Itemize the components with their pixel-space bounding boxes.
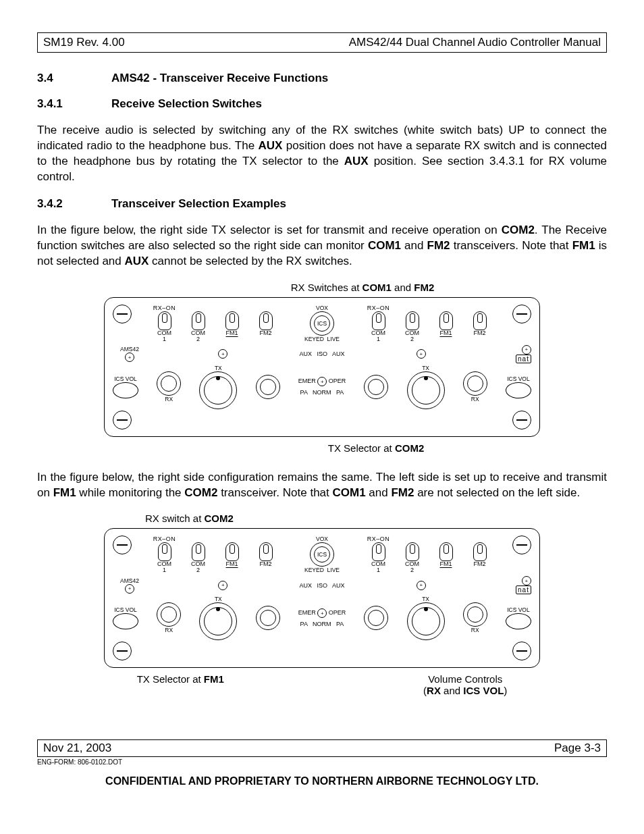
section-3-4: 3.4AMS42 - Transceiver Receive Functions (37, 72, 607, 85)
panel-diagram-2: RX–ONCOM1 COM2 FM1 FM2 VOX ICS KEYED LIV… (104, 528, 540, 668)
nat-logo: nat (516, 355, 531, 363)
knob-icon (256, 375, 280, 399)
fig2-top-caption: RX switch at COM2 (145, 513, 607, 524)
toggle-switch (259, 311, 273, 330)
toggle-switch (225, 542, 239, 561)
toggle-switch (439, 311, 453, 330)
page-header: SM19 Rev. 4.00 AMS42/44 Dual Channel Aud… (37, 32, 607, 53)
sectitle: Receive Selection Switches (111, 97, 262, 110)
figure-1: RX Switches at COM1 and FM2 RX–ONCOM1 CO… (37, 282, 607, 454)
toggle-switch (473, 542, 487, 561)
footer-page: Page 3-3 (554, 741, 601, 755)
oval-icon (113, 613, 138, 629)
tx-selector-knob (407, 371, 445, 409)
section-3-4-2: 3.4.2Transceiver Selection Examples (37, 197, 607, 211)
secnum: 3.4.2 (37, 197, 111, 211)
screw-icon (417, 349, 426, 359)
para-341: The receive audio is selected by switchi… (37, 123, 607, 185)
toggle-switch (158, 311, 171, 330)
header-left: SM19 Rev. 4.00 (43, 36, 125, 49)
knob-icon (364, 375, 388, 399)
knob-icon (157, 371, 181, 396)
screw-icon (522, 576, 531, 585)
panel-diagram-1: RX–ONCOM1 COM2 FM1 FM2 VOX ICS KEYED LIV… (104, 297, 540, 437)
toggle-switch (406, 311, 419, 330)
screw-icon (218, 349, 227, 359)
toggle-switch (372, 542, 385, 561)
screw-icon (417, 581, 426, 590)
secnum: 3.4 (37, 72, 111, 85)
tx-selector-knob (407, 602, 445, 640)
oval-icon (113, 382, 138, 398)
screw-icon (125, 584, 134, 594)
toggle-switch (192, 542, 205, 561)
header-right: AMS42/44 Dual Channel Audio Controller M… (349, 36, 601, 49)
knob-icon (157, 602, 181, 627)
toggle-switch (158, 542, 171, 561)
toggle-switch (372, 311, 385, 330)
screw-icon (522, 345, 531, 355)
fig2-bot-right: Volume Controls (RX and ICS VOL) (423, 673, 507, 696)
footer-date: Nov 21, 2003 (43, 741, 111, 755)
page-footer: Nov 21, 2003 Page 3-3 (37, 739, 607, 757)
fastener-icon (113, 411, 132, 429)
eng-form: ENG-FORM: 806-0102.DOT (37, 758, 607, 766)
knob-icon (256, 606, 280, 630)
fastener-icon (113, 305, 132, 323)
toggle-switch (192, 311, 205, 330)
oval-icon (506, 613, 531, 629)
knob-icon (463, 371, 487, 396)
screw-icon (125, 353, 134, 362)
screw-icon (218, 581, 227, 590)
fig2-bot-left: TX Selector at FM1 (137, 673, 224, 696)
secnum: 3.4.1 (37, 97, 111, 111)
figure-2: RX switch at COM2 RX–ONCOM1 COM2 FM1 FM2… (37, 513, 607, 696)
sectitle: AMS42 - Transceiver Receive Functions (111, 72, 328, 84)
sectitle: Transceiver Selection Examples (111, 197, 286, 210)
fastener-icon (512, 642, 531, 660)
knob-icon (463, 602, 487, 627)
nat-logo: nat (516, 585, 531, 594)
toggle-switch (259, 542, 273, 561)
toggle-switch (406, 542, 419, 561)
para-342b: In the figure below, the right side conf… (37, 470, 607, 501)
oval-icon (506, 382, 531, 398)
confidential-notice: CONFIDENTIAL AND PROPRIETARY TO NORTHERN… (37, 775, 607, 787)
toggle-switch (473, 311, 487, 330)
fig1-top-caption: RX Switches at COM1 and FM2 (37, 282, 607, 293)
toggle-switch (439, 542, 453, 561)
fastener-icon (113, 536, 132, 554)
knob-icon: ICS (310, 311, 334, 336)
fastener-icon (512, 305, 531, 323)
fastener-icon (512, 411, 531, 429)
section-3-4-1: 3.4.1Receive Selection Switches (37, 97, 607, 111)
para-342a: In the figure below, the right side TX s… (37, 223, 607, 269)
toggle-switch (225, 311, 239, 330)
knob-icon (364, 606, 388, 630)
knob-icon: ICS (310, 542, 334, 567)
tx-selector-knob (199, 371, 237, 409)
tx-selector-knob (199, 602, 237, 640)
fig1-bot-caption: TX Selector at COM2 (37, 442, 607, 454)
fig2-bottom-captions: TX Selector at FM1 Volume Controls (RX a… (37, 673, 607, 696)
fastener-icon (512, 536, 531, 554)
fastener-icon (113, 642, 132, 660)
